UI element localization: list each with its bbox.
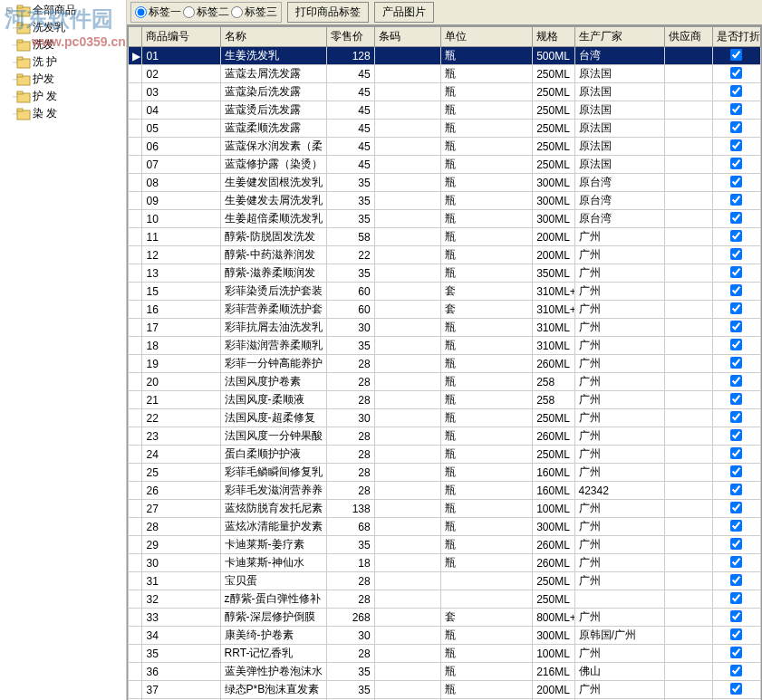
- cell-supplier[interactable]: [664, 192, 712, 210]
- table-row[interactable]: 05蓝蔻柔顺洗发露45瓶250ML原法国: [129, 120, 761, 138]
- cell-id[interactable]: 30: [142, 554, 220, 572]
- cell-spec[interactable]: 310ML+: [533, 301, 574, 319]
- cell-price[interactable]: 28: [326, 590, 374, 609]
- cell-id[interactable]: 08: [142, 174, 220, 192]
- cell-barcode[interactable]: [374, 663, 440, 681]
- cell-price[interactable]: 35: [326, 174, 374, 192]
- cell-spec[interactable]: 250ML: [533, 83, 574, 101]
- discount-checkbox[interactable]: [730, 339, 742, 350]
- cell-price[interactable]: 28: [326, 464, 374, 482]
- cell-unit[interactable]: 瓶: [440, 210, 533, 228]
- cell-price[interactable]: 18: [326, 554, 374, 572]
- cell-discount[interactable]: [712, 210, 760, 228]
- cell-supplier[interactable]: [664, 101, 712, 120]
- cell-unit[interactable]: 瓶: [440, 156, 533, 174]
- cell-price[interactable]: 60: [326, 301, 374, 319]
- cell-name[interactable]: 蓝炫冰清能量护发素: [220, 518, 326, 536]
- cell-discount[interactable]: [712, 355, 760, 373]
- cell-barcode[interactable]: [374, 319, 440, 337]
- cell-name[interactable]: 彩菲滋润营养柔顺乳: [220, 337, 326, 355]
- cell-unit[interactable]: 瓶: [440, 65, 533, 83]
- cell-unit[interactable]: [440, 590, 533, 609]
- cell-barcode[interactable]: [374, 192, 440, 210]
- cell-name[interactable]: 彩菲抗屑去油洗发乳: [220, 319, 326, 337]
- discount-checkbox[interactable]: [730, 357, 742, 369]
- cell-supplier[interactable]: [664, 264, 712, 283]
- discount-checkbox[interactable]: [730, 592, 742, 604]
- cell-spec[interactable]: 250ML: [533, 138, 574, 156]
- cell-supplier[interactable]: [664, 572, 712, 590]
- cell-maker[interactable]: 广州: [574, 246, 664, 264]
- cell-barcode[interactable]: [374, 446, 440, 464]
- tree-root[interactable]: ⊟ 全部商品: [2, 2, 124, 19]
- cell-id[interactable]: 33: [142, 609, 220, 627]
- cell-discount[interactable]: [712, 156, 760, 174]
- cell-discount[interactable]: [712, 590, 760, 609]
- cell-maker[interactable]: 广州: [574, 536, 664, 554]
- cell-id[interactable]: 29: [142, 536, 220, 554]
- cell-id[interactable]: 07: [142, 156, 220, 174]
- cell-spec[interactable]: 310ML: [533, 337, 574, 355]
- cell-barcode[interactable]: [374, 174, 440, 192]
- table-row[interactable]: 37绿态P*B泡沫直发素35瓶200ML广州: [129, 681, 761, 699]
- cell-discount[interactable]: [712, 283, 760, 301]
- cell-spec[interactable]: 260ML: [533, 554, 574, 572]
- cell-name[interactable]: 蓝蔻保水润发素（柔: [220, 138, 326, 156]
- cell-maker[interactable]: 广州: [574, 645, 664, 663]
- cell-spec[interactable]: 250ML: [533, 156, 574, 174]
- cell-discount[interactable]: [712, 681, 760, 699]
- discount-checkbox[interactable]: [730, 139, 742, 151]
- cell-id[interactable]: 36: [142, 663, 220, 681]
- cell-discount[interactable]: [712, 409, 760, 427]
- cell-id[interactable]: 37: [142, 681, 220, 699]
- cell-maker[interactable]: 广州: [574, 446, 664, 464]
- cell-barcode[interactable]: [374, 210, 440, 228]
- table-row[interactable]: 29卡迪莱斯-姜疗素35瓶260ML广州: [129, 536, 761, 554]
- cell-discount[interactable]: [712, 301, 760, 319]
- cell-barcode[interactable]: [374, 482, 440, 500]
- cell-discount[interactable]: [712, 319, 760, 337]
- table-row[interactable]: 02蓝蔻去屑洗发露45瓶250ML原法国: [129, 65, 761, 83]
- discount-checkbox[interactable]: [730, 194, 742, 206]
- cell-name[interactable]: 宝贝蛋: [220, 572, 326, 590]
- cell-unit[interactable]: 瓶: [440, 138, 533, 156]
- cell-supplier[interactable]: [664, 83, 712, 101]
- cell-maker[interactable]: 广州: [574, 554, 664, 572]
- cell-maker[interactable]: 广州: [574, 609, 664, 627]
- table-row[interactable]: 31宝贝蛋28250ML广州: [129, 572, 761, 590]
- table-row[interactable]: 35RRT-记忆香乳28瓶100ML广州: [129, 645, 761, 663]
- cell-supplier[interactable]: [664, 65, 712, 83]
- table-row[interactable]: 16彩菲营养柔顺洗护套60套310ML+广州: [129, 301, 761, 319]
- cell-price[interactable]: 68: [326, 518, 374, 536]
- cell-supplier[interactable]: [664, 627, 712, 645]
- cell-spec[interactable]: 200ML: [533, 228, 574, 246]
- cell-spec[interactable]: 200ML: [533, 246, 574, 264]
- cell-id[interactable]: 23: [142, 427, 220, 446]
- discount-checkbox[interactable]: [730, 447, 742, 459]
- cell-name[interactable]: 蓝蔻修护露（染烫）: [220, 156, 326, 174]
- cell-price[interactable]: 28: [326, 645, 374, 663]
- discount-checkbox[interactable]: [730, 121, 742, 133]
- cell-id[interactable]: 19: [142, 355, 220, 373]
- cell-supplier[interactable]: [664, 120, 712, 138]
- cell-discount[interactable]: [712, 337, 760, 355]
- cell-barcode[interactable]: [374, 264, 440, 283]
- cell-price[interactable]: 30: [326, 627, 374, 645]
- table-row[interactable]: 34康美绮-护卷素30瓶300ML原韩国/广州: [129, 627, 761, 645]
- table-row[interactable]: 17彩菲抗屑去油洗发乳30瓶310ML广州: [129, 319, 761, 337]
- cell-supplier[interactable]: [664, 283, 712, 301]
- cell-supplier[interactable]: [664, 337, 712, 355]
- cell-id[interactable]: 20: [142, 373, 220, 391]
- cell-id[interactable]: 18: [142, 337, 220, 355]
- table-row[interactable]: 36蓝美弹性护卷泡沫水35瓶216ML佛山: [129, 663, 761, 681]
- cell-maker[interactable]: 原台湾: [574, 174, 664, 192]
- cell-discount[interactable]: [712, 609, 760, 627]
- cell-name[interactable]: 生姜超倍柔顺洗发乳: [220, 210, 326, 228]
- cell-spec[interactable]: 260ML: [533, 427, 574, 446]
- cell-barcode[interactable]: [374, 101, 440, 120]
- cell-name[interactable]: 蓝蔻烫后洗发露: [220, 101, 326, 120]
- column-header[interactable]: 条码: [374, 27, 440, 47]
- cell-discount[interactable]: [712, 138, 760, 156]
- cell-spec[interactable]: 250ML: [533, 446, 574, 464]
- print-label-button[interactable]: 打印商品标签: [287, 2, 369, 23]
